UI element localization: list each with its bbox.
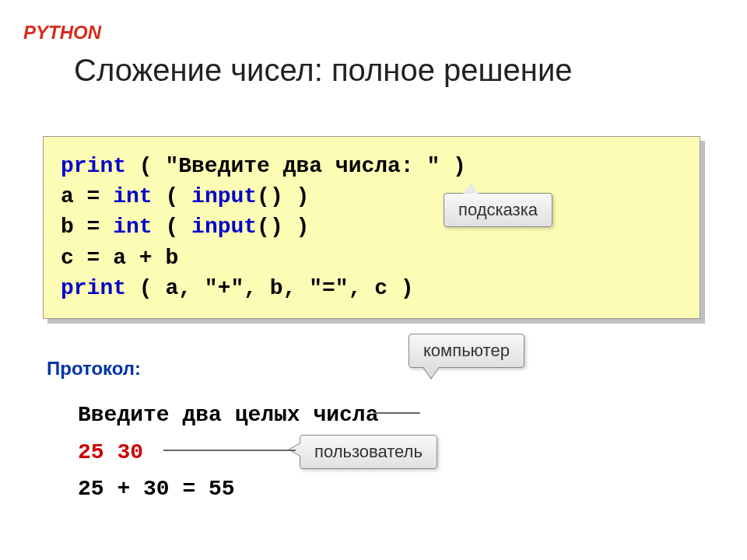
keyword-input: input (191, 184, 257, 208)
code-line-5: print ( a, "+", b, "=", c ) (61, 273, 682, 303)
connector-line (374, 412, 420, 414)
paren: ( (153, 184, 191, 208)
python-label: PYTHON (23, 22, 101, 44)
callout-computer: компьютер (409, 334, 524, 368)
protocol-output: Введите два целых числа 25 30 25 + 30 = … (78, 397, 378, 508)
code-text: ( "Введите два числа: " ) (126, 154, 466, 178)
protocol-label: Протокол: (47, 358, 141, 380)
protocol-prompt: Введите два целых числа (78, 397, 378, 434)
paren: ( (153, 215, 191, 239)
var-a: a (61, 184, 74, 208)
code-line-1: print ( "Введите два числа: " ) (61, 151, 682, 181)
keyword-print: print (61, 276, 126, 300)
keyword-input: input (191, 215, 257, 239)
connector-line (163, 450, 296, 451)
code-block: print ( "Введите два числа: " ) a = int … (43, 136, 700, 319)
eq: = (74, 215, 113, 239)
protocol-result: 25 + 30 = 55 (78, 471, 378, 508)
protocol-input: 25 30 (78, 434, 378, 471)
keyword-int: int (113, 184, 152, 208)
keyword-int: int (113, 215, 152, 239)
keyword-print: print (61, 154, 126, 178)
callout-hint: подсказка (444, 193, 552, 227)
code-line-4: c = a + b (61, 243, 682, 273)
var-b: b (61, 215, 74, 239)
rest: () ) (257, 215, 309, 239)
rest: () ) (257, 184, 309, 208)
page-title: Сложение чисел: полное решение (74, 53, 573, 88)
eq: = (74, 184, 113, 208)
code-line-3: b = int ( input() ) (61, 212, 682, 242)
code-text: ( a, "+", b, "=", c ) (126, 276, 414, 300)
code-line-2: a = int ( input() ) (61, 181, 682, 212)
